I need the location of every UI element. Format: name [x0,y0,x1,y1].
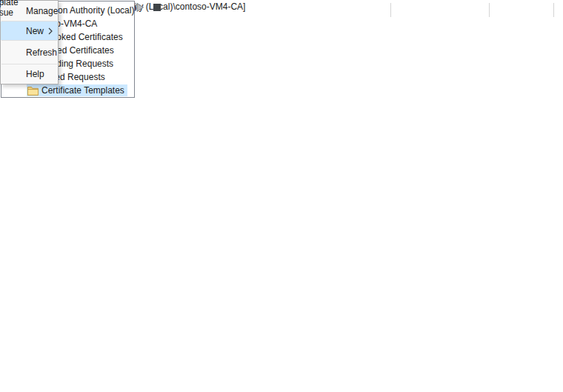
folder-icon [27,86,39,96]
tree-item-certificate-templates[interactable]: Certificate Templates [1,84,134,97]
context-menu-item-help[interactable]: Help [1,64,58,84]
tree-item-label: Certificate Templates [41,85,124,96]
submenu-item-label: Certificate Template to Issue [0,0,22,18]
tree-selection-highlight: Certificate Templates [27,84,127,96]
context-menu-item-label: New [26,26,44,36]
statusbar-divider [390,3,391,17]
play-icon[interactable] [134,1,146,13]
submenu-item-certificate-template-to-issue[interactable]: Certificate Template to Issue [1,1,3,3]
context-submenu: Certificate Template to Issue [0,0,1,1]
statusbar-divider [489,3,490,17]
context-menu-item-label: Refresh [26,47,57,58]
submenu-arrow-icon [48,27,53,35]
statusbar-divider [553,3,554,17]
context-menu-item-label: Help [26,69,44,79]
context-menu-item-refresh[interactable]: Refresh [1,41,58,64]
stop-icon[interactable] [151,1,163,13]
context-menu-item-new[interactable]: New [1,21,58,40]
context-menu-item-label: Manage [26,6,58,16]
